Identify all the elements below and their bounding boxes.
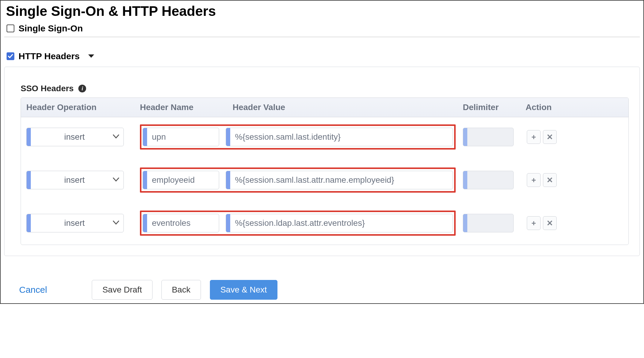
caret-down-icon[interactable] [88, 54, 95, 59]
remove-row-button[interactable]: ✕ [543, 173, 557, 187]
delimiter-input-wrap [463, 214, 514, 232]
chevron-down-icon [113, 220, 119, 226]
close-icon: ✕ [547, 176, 553, 185]
sso-checkbox[interactable] [7, 25, 14, 32]
header-operation-select[interactable]: insert [26, 214, 124, 232]
close-icon: ✕ [547, 219, 553, 228]
divider [4, 36, 640, 37]
add-row-button[interactable]: + [527, 130, 541, 144]
http-headers-panel: SSO Headers i Header Operation Header Na… [4, 67, 640, 256]
select-value: insert [59, 218, 85, 228]
select-value: insert [59, 175, 85, 185]
delimiter-input[interactable] [467, 128, 513, 146]
highlighted-fields [140, 167, 456, 193]
highlighted-fields [140, 211, 456, 236]
header-value-input-wrap [226, 214, 453, 232]
page-title: Single Sign-On & HTTP Headers [6, 3, 640, 19]
header-value-input-wrap [226, 128, 453, 146]
header-value-input[interactable] [230, 171, 453, 189]
http-headers-checkbox[interactable] [7, 52, 14, 60]
save-draft-button[interactable]: Save Draft [92, 280, 152, 300]
col-header-delimiter: Delimiter [463, 103, 526, 112]
delimiter-input-wrap [463, 128, 514, 146]
header-operation-select[interactable]: insert [26, 171, 124, 189]
highlighted-fields [140, 124, 456, 150]
header-operation-select[interactable]: insert [26, 128, 124, 146]
chevron-down-icon [113, 134, 119, 140]
table-row: insert [26, 211, 623, 236]
header-name-input[interactable] [147, 214, 219, 232]
sso-section-label: Single Sign-On [19, 23, 83, 33]
close-icon: ✕ [547, 132, 553, 142]
remove-row-button[interactable]: ✕ [543, 216, 557, 230]
header-name-input[interactable] [147, 128, 219, 146]
table-row: insert [26, 167, 623, 193]
header-value-input[interactable] [230, 128, 453, 146]
cancel-link[interactable]: Cancel [19, 285, 47, 295]
table-row: insert [26, 124, 623, 150]
delimiter-input[interactable] [467, 214, 513, 232]
chevron-down-icon [113, 177, 119, 183]
plus-icon: + [531, 219, 536, 228]
header-value-input-wrap [226, 171, 453, 189]
add-row-button[interactable]: + [527, 173, 541, 187]
add-row-button[interactable]: + [527, 216, 541, 230]
footer-actions: Cancel Save Draft Back Save & Next [19, 280, 640, 300]
save-next-button[interactable]: Save & Next [210, 280, 277, 300]
table-header: Header Operation Header Name Header Valu… [21, 98, 628, 117]
header-value-input[interactable] [230, 214, 453, 232]
col-header-name: Header Name [140, 103, 233, 112]
http-headers-section-label: HTTP Headers [19, 51, 80, 61]
sso-headers-label: SSO Headers [21, 84, 74, 93]
delimiter-input[interactable] [467, 171, 513, 189]
delimiter-input-wrap [463, 171, 514, 189]
col-header-value: Header Value [233, 103, 463, 112]
sso-headers-table: Header Operation Header Name Header Valu… [21, 98, 629, 245]
plus-icon: + [531, 132, 536, 142]
header-name-input[interactable] [147, 171, 219, 189]
remove-row-button[interactable]: ✕ [543, 130, 557, 144]
info-icon[interactable]: i [78, 85, 86, 92]
col-header-action: Action [526, 103, 623, 112]
header-name-input-wrap [143, 214, 219, 232]
col-header-operation: Header Operation [26, 103, 140, 112]
header-name-input-wrap [143, 128, 219, 146]
plus-icon: + [531, 176, 536, 185]
back-button[interactable]: Back [161, 280, 201, 300]
header-name-input-wrap [143, 171, 219, 189]
select-value: insert [59, 132, 85, 142]
